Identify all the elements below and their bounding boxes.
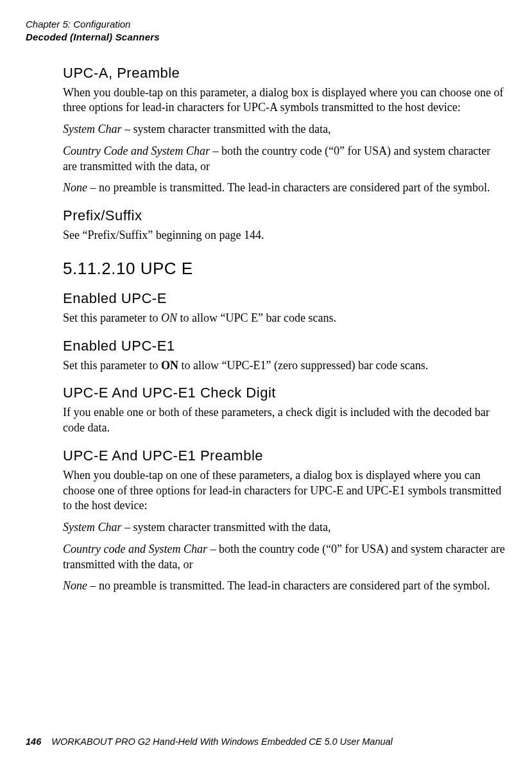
heading-upc-e-preamble: UPC-E And UPC-E1 Preamble bbox=[63, 448, 506, 464]
header-chapter: Chapter 5: Configuration bbox=[26, 18, 506, 31]
term-none: None bbox=[63, 181, 87, 194]
term-country-code-system-char: Country Code and System Char bbox=[63, 144, 210, 157]
para: Country code and System Char – both the … bbox=[63, 542, 506, 573]
heading-prefix-suffix: Prefix/Suffix bbox=[63, 207, 506, 224]
heading-enabled-upc-e: Enabled UPC-E bbox=[63, 290, 506, 307]
term-system-char: System Char bbox=[63, 123, 122, 135]
text: – no preamble is transmitted. The lead-i… bbox=[87, 579, 490, 592]
para: System Char – system character transmitt… bbox=[63, 520, 506, 535]
text: to allow “UPC E” bar code scans. bbox=[177, 311, 336, 324]
page-number: 146 bbox=[26, 736, 41, 747]
page: Chapter 5: Configuration Decoded (Intern… bbox=[0, 0, 532, 766]
footer: 146WORKABOUT PRO G2 Hand-Held With Windo… bbox=[26, 736, 506, 747]
heading-upc-e-check-digit: UPC-E And UPC-E1 Check Digit bbox=[63, 385, 506, 401]
text: to allow “UPC-E1” (zero suppressed) bar … bbox=[178, 359, 428, 372]
text: – system character transmitted with the … bbox=[122, 123, 331, 135]
term-none: None bbox=[63, 579, 87, 592]
para: Country Code and System Char – both the … bbox=[63, 144, 506, 175]
para: When you double-tap on one of these para… bbox=[63, 468, 506, 514]
heading-upc-a-preamble: UPC-A, Preamble bbox=[63, 65, 506, 82]
text: Set this parameter to bbox=[63, 359, 161, 372]
para: None – no preamble is transmitted. The l… bbox=[63, 180, 506, 196]
para: None – no preamble is transmitted. The l… bbox=[63, 579, 506, 594]
heading-enabled-upc-e1: Enabled UPC-E1 bbox=[63, 338, 506, 354]
para: See “Prefix/Suffix” beginning on page 14… bbox=[63, 228, 506, 243]
para: System Char – system character transmitt… bbox=[63, 122, 506, 137]
content-area: UPC-A, Preamble When you double-tap on t… bbox=[63, 65, 506, 595]
header-section: Decoded (Internal) Scanners bbox=[26, 31, 506, 44]
para: If you enable one or both of these param… bbox=[63, 405, 506, 436]
heading-section-upc-e: 5.11.2.10 UPC E bbox=[63, 259, 506, 279]
running-header: Chapter 5: Configuration Decoded (Intern… bbox=[26, 18, 506, 44]
text: – system character transmitted with the … bbox=[122, 521, 331, 534]
para: Set this parameter to ON to allow “UPC E… bbox=[63, 311, 506, 326]
term-system-char: System Char bbox=[63, 521, 122, 534]
term-on: ON bbox=[161, 311, 177, 324]
text: – no preamble is transmitted. The lead-i… bbox=[87, 181, 490, 194]
term-on-bold: ON bbox=[161, 359, 178, 372]
para: When you double-tap on this parameter, a… bbox=[63, 85, 506, 116]
text: Set this parameter to bbox=[63, 311, 161, 324]
para: Set this parameter to ON to allow “UPC-E… bbox=[63, 358, 506, 374]
term-country-code-system-char: Country code and System Char bbox=[63, 543, 207, 555]
footer-title: WORKABOUT PRO G2 Hand-Held With Windows … bbox=[51, 736, 393, 747]
